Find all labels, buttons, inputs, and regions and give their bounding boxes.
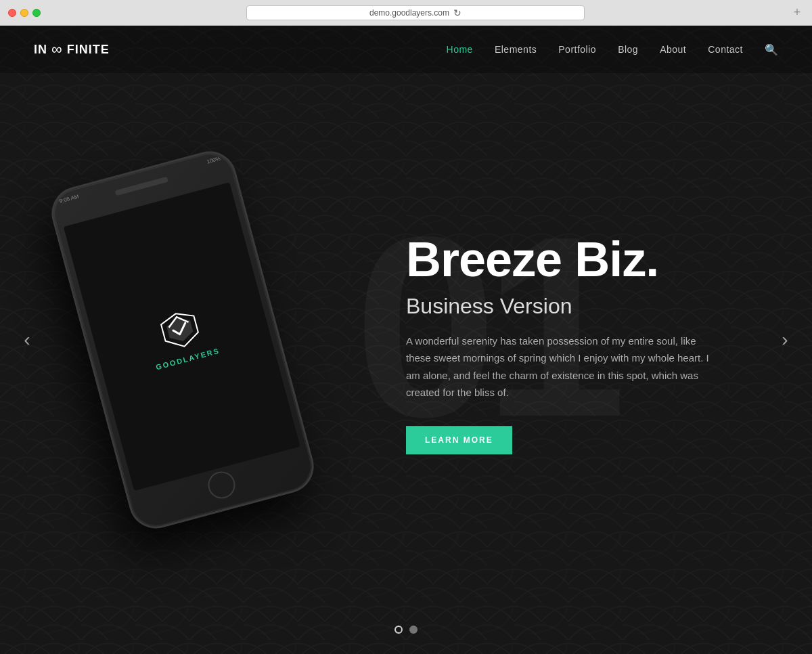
slide-indicator-2[interactable] bbox=[409, 626, 418, 634]
address-bar[interactable]: demo.goodlayers.com ↻ bbox=[246, 5, 585, 20]
phone-container: 9:05 AM 100% GOODLAYERS bbox=[54, 150, 311, 529]
phone-mockup: 9:05 AM 100% GOODLAYERS bbox=[45, 146, 319, 535]
slide-indicator-1[interactable] bbox=[394, 626, 403, 634]
logo-infinity-symbol: ∞ bbox=[51, 41, 63, 58]
nav-link-portfolio[interactable]: Portfolio bbox=[558, 44, 596, 55]
maximize-button[interactable] bbox=[32, 9, 41, 17]
phone-battery: 100% bbox=[206, 156, 221, 165]
logo-part1: IN bbox=[34, 43, 47, 57]
nav-link-home[interactable]: Home bbox=[447, 44, 473, 55]
logo-part2: FINITE bbox=[67, 43, 110, 57]
address-bar-wrapper: demo.goodlayers.com ↻ bbox=[47, 5, 784, 20]
nav-link-elements[interactable]: Elements bbox=[495, 44, 537, 55]
refresh-icon[interactable]: ↻ bbox=[453, 7, 461, 18]
slide-indicators bbox=[394, 626, 418, 634]
phone-home-button bbox=[205, 468, 238, 502]
traffic-lights bbox=[8, 9, 41, 17]
phone-time: 9:05 AM bbox=[59, 194, 80, 204]
nav-link-contact[interactable]: Contact bbox=[708, 44, 743, 55]
new-tab-button[interactable]: + bbox=[790, 6, 804, 20]
nav-links: Home Elements Portfolio Blog About Conta… bbox=[447, 43, 778, 56]
slide-subtitle: Business Version bbox=[406, 294, 758, 319]
goodlayers-logo-icon bbox=[155, 305, 204, 355]
nav-link-about[interactable]: About bbox=[660, 44, 686, 55]
hero-slider: 01 ‹ 9:05 AM 100% GOO bbox=[0, 26, 812, 654]
prev-slide-arrow[interactable]: ‹ bbox=[14, 326, 41, 353]
nav-link-blog[interactable]: Blog bbox=[618, 44, 638, 55]
website: IN ∞ FINITE Home Elements Portfolio Blog… bbox=[0, 26, 812, 654]
close-button[interactable] bbox=[8, 9, 16, 17]
slide-content: Breeze Biz. Business Version A wonderful… bbox=[406, 234, 758, 454]
phone-screen: GOODLAYERS bbox=[64, 182, 300, 491]
url-text: demo.goodlayers.com bbox=[369, 8, 449, 18]
minimize-button[interactable] bbox=[20, 9, 28, 17]
navbar: IN ∞ FINITE Home Elements Portfolio Blog… bbox=[0, 26, 812, 73]
learn-more-button[interactable]: LEARN MORE bbox=[406, 426, 512, 454]
logo[interactable]: IN ∞ FINITE bbox=[34, 41, 110, 58]
slide-title: Breeze Biz. bbox=[406, 234, 758, 286]
search-icon[interactable]: 🔍 bbox=[765, 43, 778, 56]
slide-description: A wonderful serenity has taken possessio… bbox=[406, 332, 717, 401]
next-slide-arrow[interactable]: › bbox=[771, 326, 798, 353]
browser-chrome: demo.goodlayers.com ↻ + bbox=[0, 0, 812, 26]
